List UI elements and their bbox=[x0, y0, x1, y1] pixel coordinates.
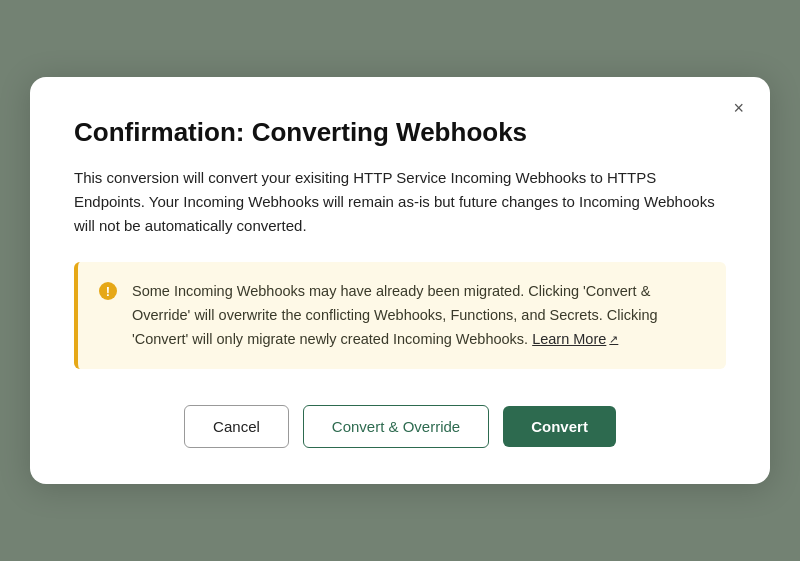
warning-box: ! Some Incoming Webhooks may have alread… bbox=[74, 262, 726, 370]
dialog: × Confirmation: Converting Webhooks This… bbox=[30, 77, 770, 485]
overlay: × Confirmation: Converting Webhooks This… bbox=[0, 0, 800, 561]
warning-icon: ! bbox=[98, 281, 118, 301]
dialog-title: Confirmation: Converting Webhooks bbox=[74, 117, 726, 148]
external-link-icon: ↗ bbox=[609, 330, 618, 348]
svg-text:!: ! bbox=[106, 284, 110, 299]
close-icon: × bbox=[733, 98, 744, 118]
learn-more-link[interactable]: Learn More↗ bbox=[532, 328, 618, 352]
close-button[interactable]: × bbox=[727, 95, 750, 121]
convert-override-button[interactable]: Convert & Override bbox=[303, 405, 489, 448]
cancel-button[interactable]: Cancel bbox=[184, 405, 289, 448]
dialog-description: This conversion will convert your exisit… bbox=[74, 166, 726, 238]
dialog-actions: Cancel Convert & Override Convert bbox=[74, 405, 726, 448]
warning-text: Some Incoming Webhooks may have already … bbox=[132, 280, 706, 352]
convert-button[interactable]: Convert bbox=[503, 406, 616, 447]
